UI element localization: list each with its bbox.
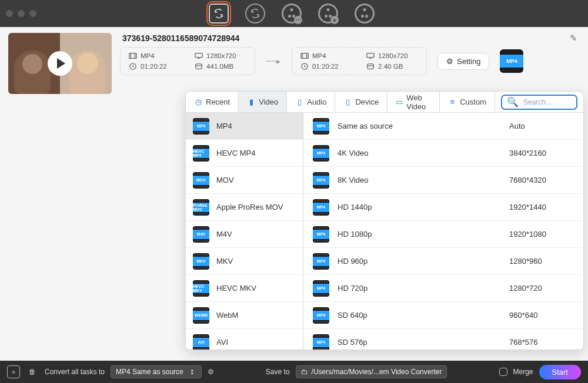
arrow-icon: ┄┄▸	[266, 56, 281, 66]
thumbnail-person-right	[69, 51, 106, 94]
window-controls[interactable]	[6, 10, 36, 17]
preset-row[interactable]: MP48K Video7680*4320	[303, 167, 583, 194]
play-icon[interactable]	[48, 51, 72, 76]
merge-label: Merge	[513, 368, 533, 376]
tab-device-label: Device	[355, 98, 379, 106]
format-row[interactable]: WEBMWebM	[186, 302, 303, 329]
preset-label: SD 576p	[338, 338, 501, 347]
preset-file-icon: MP4	[313, 226, 329, 243]
svg-rect-1	[195, 53, 202, 58]
preset-row[interactable]: MP4SD 640p960*640	[303, 302, 583, 329]
format-list[interactable]: MP4MP4HEVC MP4HEVC MP4MOVMOVProRes MOVAp…	[186, 113, 303, 350]
close-window-icon[interactable]	[6, 10, 13, 17]
convert-all-select[interactable]: MP4 Same as source ▴▾	[111, 365, 202, 378]
format-label: MOV	[216, 176, 234, 184]
tab-device[interactable]: ▯Device	[335, 92, 387, 112]
format-row[interactable]: AVIAVI	[186, 329, 303, 350]
film-icon	[300, 52, 309, 59]
saveto-path-text: /Users/mac/Movies/...em Video Converter	[312, 368, 442, 376]
format-row[interactable]: HEVC MP4HEVC MP4	[186, 140, 303, 167]
format-row[interactable]: MP4MP4	[186, 113, 303, 140]
preset-file-icon: MP4	[313, 253, 329, 270]
preset-label: SD 640p	[338, 311, 501, 320]
gear-icon[interactable]: ⚙	[208, 368, 214, 376]
format-label: HEVC MP4	[216, 149, 255, 157]
start-label: Start	[552, 368, 568, 377]
format-label: Apple ProRes MOV	[216, 203, 283, 211]
source-duration: 01:20:22	[141, 63, 167, 70]
format-row[interactable]: HEVC MKVHEVC MKV	[186, 275, 303, 302]
format-row[interactable]: MOVMOV	[186, 167, 303, 194]
format-row[interactable]: M4VM4V	[186, 221, 303, 248]
tab-recent-label: Recent	[206, 98, 230, 106]
saveto-path[interactable]: 🗀 /Users/mac/Movies/...em Video Converte…	[296, 365, 447, 378]
preset-file-icon: MP4	[313, 334, 329, 350]
edit-title-icon[interactable]: ✎	[570, 33, 577, 43]
delete-task-button[interactable]: 🗑	[26, 365, 39, 378]
output-format-badge[interactable]: MP4	[500, 49, 523, 73]
tab-video[interactable]: ▮Video	[239, 92, 287, 112]
preset-row[interactable]: MP4SD 576p768*576	[303, 329, 583, 350]
preset-resolution: 768*576	[509, 338, 574, 347]
gear-icon: ⚙	[446, 57, 453, 66]
preset-row[interactable]: MP4Same as sourceAuto	[303, 113, 583, 140]
format-file-icon: MP4	[193, 118, 209, 135]
add-media-icon[interactable]: +	[318, 4, 338, 23]
tab-custom[interactable]: ≡Custom	[440, 92, 495, 112]
preset-resolution: 3840*2160	[509, 149, 574, 157]
tab-web[interactable]: ▭Web Video	[387, 92, 440, 112]
web-icon: ▭	[396, 98, 403, 106]
format-row[interactable]: MKVMKV	[186, 248, 303, 275]
target-container: MP4	[312, 52, 326, 59]
target-size: 2.40 GB	[378, 63, 403, 70]
source-info-box: MP4 1280x720 01:20:22 441.0MB	[120, 47, 255, 75]
target-info-box[interactable]: MP4 1280x720 01:20:22 2.40 GB	[292, 47, 427, 75]
video-thumbnail[interactable]	[8, 33, 112, 94]
format-label: WebM	[216, 311, 238, 320]
preset-resolution: 7680*4320	[509, 176, 574, 184]
preset-row[interactable]: MP4HD 1080p1920*1080	[303, 221, 583, 248]
format-file-icon: M4V	[193, 226, 209, 243]
preset-resolution: 1920*1080	[509, 230, 574, 238]
preset-list[interactable]: MP4Same as sourceAutoMP44K Video3840*216…	[303, 113, 583, 350]
preset-row[interactable]: MP4HD 1440p1920*1440	[303, 194, 583, 221]
device-icon: ▯	[343, 98, 352, 106]
setting-button[interactable]: ⚙ Setting	[437, 53, 489, 70]
svg-point-3	[196, 64, 202, 66]
preset-row[interactable]: MP4HD 720p1280*720	[303, 275, 583, 302]
format-search[interactable]: 🔍	[501, 95, 577, 110]
format-row[interactable]: ProRes MOVApple ProRes MOV	[186, 194, 303, 221]
preset-label: HD 1440p	[338, 203, 501, 211]
tab-audio[interactable]: ▯Audio	[287, 92, 335, 112]
preset-label: HD 720p	[338, 284, 501, 293]
svg-rect-4	[301, 53, 308, 59]
tab-recent[interactable]: ◷Recent	[186, 92, 239, 112]
source-container: MP4	[141, 52, 155, 59]
preset-row[interactable]: MP44K Video3840*2160	[303, 140, 583, 167]
media-library-icon[interactable]	[355, 4, 375, 23]
monitor-icon	[195, 52, 203, 59]
minimize-window-icon[interactable]	[18, 10, 25, 17]
svg-rect-5	[367, 53, 374, 58]
merge-checkbox[interactable]	[499, 368, 507, 376]
start-button[interactable]: Start	[539, 365, 581, 379]
format-popover: ◷Recent ▮Video ▯Audio ▯Device ▭Web Video…	[185, 91, 584, 350]
select-arrows-icon: ▴▾	[188, 368, 196, 375]
toolbox-icon[interactable]: ⋯	[282, 4, 302, 23]
preset-file-icon: MP4	[313, 280, 329, 297]
convert-all-label: Convert all tasks to	[45, 368, 105, 376]
zoom-window-icon[interactable]	[29, 10, 36, 17]
target-resolution: 1280x720	[378, 52, 408, 59]
preset-label: HD 960p	[338, 257, 501, 266]
search-input[interactable]	[522, 98, 569, 107]
svg-rect-0	[129, 53, 136, 59]
refresh-mode-icon[interactable]	[245, 4, 265, 23]
format-file-icon: AVI	[193, 334, 209, 350]
preset-row[interactable]: MP4HD 960p1280*960	[303, 248, 583, 275]
source-resolution: 1280x720	[206, 52, 236, 59]
preset-resolution: 960*640	[509, 311, 574, 320]
format-label: HEVC MKV	[216, 284, 256, 293]
clock-icon: ◷	[194, 98, 202, 106]
add-task-button[interactable]: ＋	[7, 365, 20, 378]
convert-mode-icon[interactable]	[209, 4, 229, 23]
